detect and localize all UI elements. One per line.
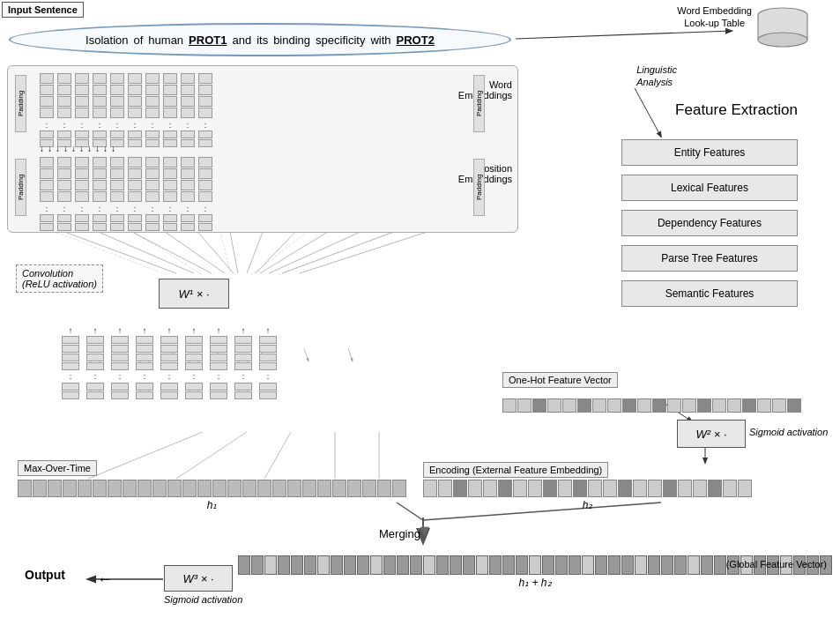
- svg-line-10: [88, 227, 194, 273]
- svg-line-19: [282, 227, 405, 273]
- word-binding: binding: [273, 34, 310, 47]
- w2-box: W² × ·: [677, 420, 746, 448]
- word-isolation: Isolation: [85, 34, 128, 47]
- max-over-time-label: Max-Over-Time: [18, 460, 97, 476]
- padding-right-word: Padding: [473, 75, 485, 132]
- svg-line-28: [264, 432, 291, 479]
- lexical-features-box: Lexical Features: [621, 175, 798, 201]
- h1h2-label: h₁ + h₂: [238, 577, 832, 589]
- entity-features-box: Entity Features: [621, 139, 798, 166]
- input-sentence-oval: Isolation of human PROT1 and its binding…: [9, 23, 511, 56]
- merging-label: Merging: [379, 527, 420, 540]
- word-specificity: specificity: [316, 34, 365, 47]
- svg-line-1: [635, 88, 661, 137]
- svg-line-17: [260, 227, 335, 273]
- h1-bar-area: h₁: [18, 480, 406, 511]
- word-prot1: PROT1: [189, 34, 227, 47]
- svg-line-26: [88, 432, 203, 479]
- word-its: its: [256, 34, 268, 47]
- svg-line-34: [304, 348, 308, 361]
- svg-line-13: [194, 227, 234, 273]
- input-sentence-label: Input Sentence: [2, 2, 84, 18]
- svg-line-12: [159, 227, 225, 273]
- global-feature-label: (Global Feature Vector): [726, 559, 827, 570]
- padding-left-pos: Padding: [15, 159, 26, 216]
- padding-right-pos: Padding: [473, 159, 485, 216]
- position-embeddings-label: PositionEmbeddings: [458, 163, 512, 184]
- merge-arrow: ▼: [417, 522, 433, 540]
- word-human: human: [148, 34, 183, 47]
- word-embeddings-label: WordEmbeddings: [458, 79, 512, 101]
- svg-line-14: [229, 227, 238, 273]
- svg-line-18: [269, 227, 370, 273]
- svg-line-24: [251, 231, 308, 275]
- svg-line-35: [348, 348, 353, 361]
- word-embedding-columns: : : : : : : : : : :: [40, 73, 212, 147]
- lookup-table-cylinder: [755, 4, 812, 48]
- padding-left-word: Padding: [15, 75, 26, 132]
- output-label: Output: [25, 568, 65, 582]
- svg-line-22: [132, 231, 203, 275]
- one-hot-label: One-Hot Feature Vector: [502, 372, 618, 388]
- conv-feature-stacks: ↑ : ↑ : ↑ : ↑ : ↑ :: [62, 326, 277, 399]
- embeddings-area: WordEmbeddings PositionEmbeddings Paddin…: [7, 65, 518, 233]
- svg-line-15: [247, 227, 264, 273]
- h2-label: h₂: [423, 499, 752, 511]
- svg-line-20: [300, 227, 441, 273]
- word-of: of: [134, 34, 144, 47]
- welt-label: Word Embedding Look-up Table: [677, 4, 752, 30]
- down-arrows-word: ↓↓↓↓↓↓↓↓↓↓: [40, 144, 115, 153]
- pos-embedding-columns: : : : : : : : : : :: [40, 157, 212, 231]
- dependency-features-box: Dependency Features: [621, 210, 798, 236]
- svg-line-27: [176, 432, 247, 479]
- semantic-features-box: Semantic Features: [621, 280, 798, 307]
- svg-line-0: [516, 31, 732, 39]
- word-prot2: PROT2: [397, 34, 435, 47]
- linguistic-analysis-label: Linguistic Analysis: [636, 63, 677, 89]
- conv-label: Convolution (ReLU activation): [16, 264, 103, 293]
- output-arrow: ←: [97, 570, 113, 589]
- h2-bar: [423, 480, 752, 497]
- sigmoid1-label: Sigmoid activation: [749, 427, 828, 437]
- svg-line-11: [123, 227, 212, 273]
- w3-box: W³ × ·: [164, 565, 233, 592]
- wemb-col-1: :: [40, 73, 54, 147]
- one-hot-bar: [502, 398, 801, 413]
- svg-line-16: [256, 227, 300, 273]
- main-diagram: Input Sentence Isolation of human PROT1 …: [0, 0, 840, 618]
- h2-bar-area: h₂: [423, 480, 752, 511]
- encoding-label: Encoding (External Feature Embedding): [423, 462, 608, 478]
- feature-extraction-title: Feature Extraction: [675, 101, 798, 119]
- h1-label: h₁: [18, 499, 406, 511]
- parse-tree-features-box: Parse Tree Features: [621, 245, 798, 272]
- h1-bar: [18, 480, 406, 497]
- svg-point-40: [758, 33, 807, 47]
- svg-line-23: [220, 231, 231, 275]
- w1-box: W¹ × ·: [159, 279, 229, 309]
- word-and: and: [232, 34, 251, 47]
- svg-line-25: [278, 231, 397, 275]
- word-with: with: [370, 34, 390, 47]
- sigmoid2-label: Sigmoid activation: [164, 594, 242, 605]
